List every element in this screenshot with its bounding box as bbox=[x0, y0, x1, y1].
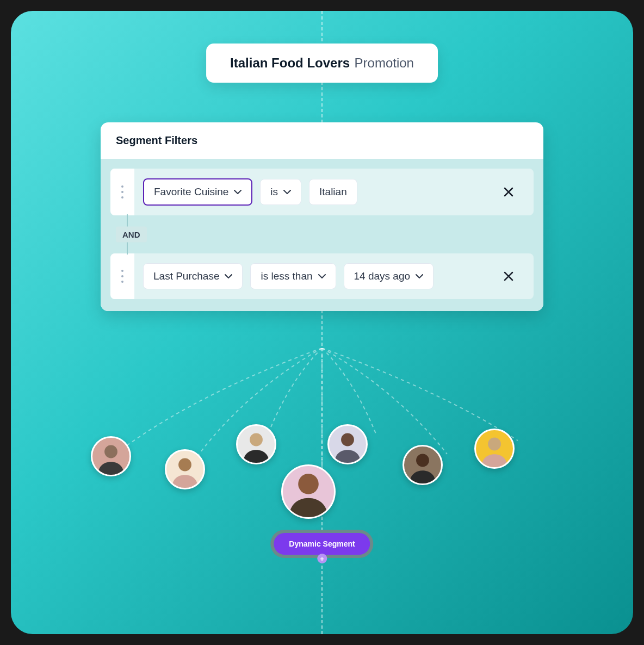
avatar bbox=[236, 424, 276, 464]
svg-point-3 bbox=[298, 474, 319, 494]
svg-point-6 bbox=[488, 438, 501, 451]
filter-value-label: 14 days ago bbox=[354, 270, 411, 282]
avatar bbox=[327, 424, 368, 464]
segment-filters-card: Segment Filters Favorite Cuisine is bbox=[101, 122, 543, 311]
chevron-down-icon bbox=[234, 190, 242, 194]
dynamic-segment-outer: Dynamic Segment + bbox=[270, 530, 373, 558]
filter-content: Favorite Cuisine is Italian bbox=[134, 169, 534, 215]
filter-operator-select[interactable]: is bbox=[260, 179, 301, 205]
svg-point-1 bbox=[178, 458, 191, 472]
campaign-title-light: Promotion bbox=[355, 55, 414, 70]
filter-field-label: Last Purchase bbox=[153, 270, 219, 282]
dynamic-segment-node: Dynamic Segment + bbox=[270, 530, 373, 558]
filter-value-label: Italian bbox=[319, 186, 347, 198]
chevron-down-icon bbox=[283, 190, 291, 194]
filter-operator-select[interactable]: is less than bbox=[250, 263, 336, 289]
dynamic-segment-button[interactable]: Dynamic Segment bbox=[274, 533, 370, 555]
drag-handle-icon[interactable] bbox=[110, 253, 134, 299]
avatar bbox=[474, 429, 515, 469]
filter-value-input[interactable]: Italian bbox=[309, 179, 357, 205]
campaign-title-bold: Italian Food Lovers bbox=[230, 55, 350, 70]
filter-operator-label: is bbox=[270, 186, 278, 198]
filters-header: Segment Filters bbox=[101, 122, 543, 159]
add-node-button[interactable]: + bbox=[317, 554, 327, 563]
chevron-down-icon bbox=[225, 274, 232, 278]
connector-badge[interactable]: AND bbox=[116, 227, 147, 243]
svg-point-4 bbox=[341, 433, 354, 446]
drag-handle-icon[interactable] bbox=[110, 169, 134, 215]
svg-point-2 bbox=[250, 433, 263, 446]
avatar bbox=[281, 464, 336, 519]
filter-field-label: Favorite Cuisine bbox=[154, 186, 228, 198]
remove-filter-button[interactable] bbox=[499, 266, 518, 286]
filter-operator-label: is less than bbox=[261, 270, 312, 282]
filter-field-select[interactable]: Last Purchase bbox=[143, 263, 243, 289]
avatar bbox=[165, 449, 205, 489]
filter-field-select[interactable]: Favorite Cuisine bbox=[143, 178, 252, 206]
canvas: Italian Food Lovers Promotion Segment Fi… bbox=[11, 11, 633, 634]
filter-row: Favorite Cuisine is Italian bbox=[110, 169, 534, 215]
campaign-title-chip: Italian Food Lovers Promotion bbox=[206, 44, 438, 83]
avatar bbox=[403, 445, 443, 485]
remove-filter-button[interactable] bbox=[499, 182, 518, 202]
filters-body: Favorite Cuisine is Italian bbox=[101, 159, 543, 311]
svg-point-5 bbox=[416, 454, 429, 467]
filter-connector: AND bbox=[110, 215, 534, 253]
chevron-down-icon bbox=[416, 274, 423, 278]
filter-content: Last Purchase is less than 14 days ago bbox=[134, 253, 534, 299]
avatar bbox=[91, 436, 131, 476]
chevron-down-icon bbox=[318, 274, 326, 278]
filter-row: Last Purchase is less than 14 days ago bbox=[110, 253, 534, 299]
filter-value-select[interactable]: 14 days ago bbox=[344, 263, 434, 289]
svg-point-0 bbox=[104, 445, 117, 458]
